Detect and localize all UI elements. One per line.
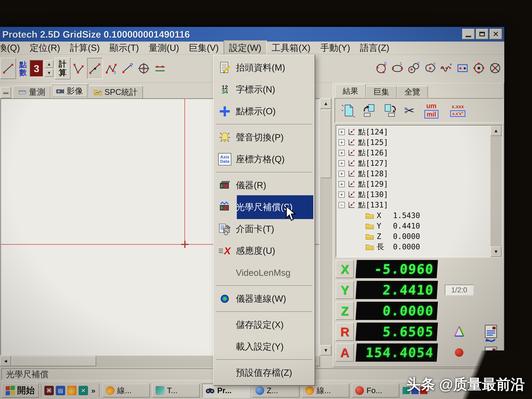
expand-plus-icon[interactable]: + <box>339 191 345 198</box>
quicklaunch-app1-icon[interactable]: ⌘ <box>44 386 54 395</box>
quicklaunch-app3-icon[interactable] <box>67 386 77 395</box>
tool-multiline-icon[interactable] <box>152 58 168 79</box>
menu-toolbox[interactable]: 工具箱(X) <box>267 41 315 55</box>
menu-macro[interactable]: 巨集(V) <box>184 41 224 55</box>
calculate-button[interactable]: 計算 <box>55 57 70 79</box>
tree-scrollbar[interactable]: ▲ ▼ <box>490 126 502 257</box>
expand-plus-icon[interactable]: + <box>339 160 345 166</box>
new-document-icon[interactable] <box>342 104 355 117</box>
scroll-down-icon[interactable]: ▼ <box>320 345 331 355</box>
export-report-icon[interactable] <box>383 104 397 117</box>
tree-point-row[interactable]: + 點[124] <box>339 127 502 137</box>
menu-settings[interactable]: 設定(W) <box>224 40 267 56</box>
tree-point-row[interactable]: + 點[126] <box>339 148 502 158</box>
menu-item-default-save[interactable]: 預設值存檔(Z) <box>214 362 314 384</box>
menu-measure[interactable]: 量測(U) <box>144 41 184 55</box>
menu-item-videolenmsg[interactable]: VideoLenMsg <box>214 262 314 284</box>
task-button-t[interactable]: T... <box>152 384 200 398</box>
menu-item-axis-grid[interactable]: AxisData 座標方格(Q) <box>214 148 314 170</box>
tool-blob-icon[interactable]: ? <box>422 57 438 79</box>
tool-line-selected-icon[interactable] <box>87 58 103 79</box>
tree-child-row[interactable]: Y 0.4410 <box>339 221 502 231</box>
menu-manual[interactable]: 手動(Y) <box>315 41 355 55</box>
menu-convert[interactable]: 換(Q) <box>0 41 25 55</box>
collapse-minus-icon[interactable]: − <box>339 202 345 208</box>
menu-item-sensitivity[interactable]: X 感應度(U) <box>214 240 314 262</box>
measure-mode-icon[interactable] <box>1 87 11 98</box>
expand-plus-icon[interactable]: + <box>339 129 345 135</box>
menu-language[interactable]: 語言(Z) <box>355 41 394 55</box>
scroll-left-icon[interactable]: ◄ <box>0 356 11 366</box>
stepper-up-icon[interactable]: ▲ <box>45 60 53 68</box>
menu-item-optical-scale-compensation[interactable]: 光學尺補償(S) <box>214 196 314 218</box>
restore-button[interactable] <box>476 29 488 39</box>
tree-point-row[interactable]: + 點[129] <box>339 179 502 189</box>
quicklaunch-chevron[interactable]: » <box>90 386 97 395</box>
tool-grid-cross-icon[interactable] <box>136 58 152 79</box>
tool-polyline-icon[interactable]: 3 <box>103 58 119 79</box>
menu-item-header-data[interactable]: 抬頭資料(M) <box>214 57 314 79</box>
scroll-up-icon[interactable]: ▲ <box>320 98 331 109</box>
point-count-field[interactable]: 3 <box>30 60 43 77</box>
tree-scroll-down-icon[interactable]: ▼ <box>490 247 501 257</box>
expand-plus-icon[interactable]: + <box>339 150 345 156</box>
import-report-icon[interactable] <box>362 104 376 117</box>
tool-two-circles-icon[interactable]: 2 <box>406 57 422 79</box>
stepper-down-icon[interactable]: ▼ <box>45 69 53 77</box>
tree-point-row[interactable]: + 點[127] <box>339 158 502 169</box>
task-button-fo[interactable]: Fo... <box>352 384 399 398</box>
tab-results[interactable]: 結果 <box>335 84 366 97</box>
tab-image[interactable]: 影像 <box>51 83 88 98</box>
close-button[interactable]: ✕ <box>490 29 502 39</box>
menu-item-text-label[interactable]: 1234 字標示(N) <box>214 79 314 100</box>
tool-circle-points-icon[interactable]: 5 <box>373 57 389 79</box>
tree-point-row[interactable]: + 點[125] <box>339 137 502 148</box>
minimize-button[interactable] <box>462 29 475 39</box>
quicklaunch-app4-icon[interactable]: ✕ <box>79 386 88 395</box>
tab-macro[interactable]: 巨集 <box>366 86 397 97</box>
tree-point-row-expanded[interactable]: − 點[131] <box>339 200 502 210</box>
prism-icon[interactable] <box>452 325 466 339</box>
half-function-button[interactable]: 1/2:0 <box>445 285 474 295</box>
tool-crossed-circle-icon[interactable] <box>487 57 503 79</box>
tool-target-icon[interactable] <box>471 57 487 79</box>
tree-child-row[interactable]: 長 0.0000 <box>339 241 502 252</box>
tool-wave-icon[interactable] <box>438 57 454 79</box>
tab-overview[interactable]: 全覽 <box>397 86 428 97</box>
start-button[interactable]: 開始 <box>2 383 39 398</box>
quicklaunch-app2-icon[interactable]: ▤ <box>56 386 65 395</box>
menu-item-instrument-connect[interactable]: 儀器連線(W) <box>214 288 314 310</box>
tool-line-2pt-icon[interactable] <box>0 58 16 79</box>
expand-plus-icon[interactable]: + <box>339 181 345 187</box>
tree-point-row[interactable]: + 點[130] <box>339 189 502 200</box>
tab-spc[interactable]: SPC統計 <box>88 86 143 98</box>
menu-display[interactable]: 顯示(T) <box>105 41 144 55</box>
horizontal-scroll-thumb[interactable] <box>11 356 96 366</box>
tab-measure[interactable]: 量測 <box>13 86 51 98</box>
expand-plus-icon[interactable]: + <box>339 171 345 177</box>
tree-child-row[interactable]: Z 0.0000 <box>339 231 502 241</box>
task-button-line1[interactable]: 線... <box>102 384 150 398</box>
menu-item-interface-card[interactable]: 介面卡(T) <box>214 218 314 240</box>
menu-item-instrument[interactable]: 儀器(R) <box>214 174 314 196</box>
menu-item-sound-toggle[interactable]: 聲音切換(P) <box>214 127 314 148</box>
tool-line-query-icon[interactable]: ? <box>120 58 135 79</box>
unit-toggle-button[interactable]: um mil <box>422 101 441 120</box>
format-toggle-button[interactable]: x.xxx x.x'x" <box>448 101 468 120</box>
tree-point-row[interactable]: + 點[128] <box>339 169 502 179</box>
tree-scroll-up-icon[interactable]: ▲ <box>490 126 501 136</box>
tree-child-row[interactable]: X 1.5430 <box>339 210 502 221</box>
tool-angle-icon[interactable] <box>71 58 86 79</box>
expand-plus-icon[interactable]: + <box>339 139 345 146</box>
cut-icon[interactable]: ✂ <box>404 103 415 118</box>
menu-position[interactable]: 定位(R) <box>25 41 65 55</box>
report-refresh-icon[interactable] <box>484 324 499 342</box>
menu-item-save-settings[interactable]: 儲存設定(X) <box>214 314 314 336</box>
tool-rect-points-icon[interactable] <box>455 57 470 79</box>
vertical-scroll-thumb[interactable] <box>321 110 331 178</box>
tool-ellipse-icon[interactable]: 1 <box>390 57 405 79</box>
menu-item-load-settings[interactable]: 載入設定(Y) <box>214 336 314 358</box>
menu-calculate[interactable]: 計算(S) <box>65 41 105 55</box>
menu-item-point-label[interactable]: 點標示(O) <box>214 100 314 122</box>
canvas-vertical-scrollbar[interactable]: ▲ ▼ <box>320 98 332 355</box>
